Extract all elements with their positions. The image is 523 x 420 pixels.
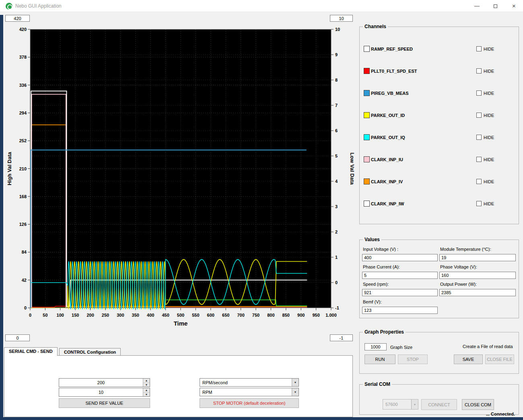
connect-button[interactable]: CONNECT [421, 399, 457, 410]
close-com-button[interactable]: CLOSE COM [462, 399, 494, 410]
values-panel: Values Input Voltage (V) :Module Tempera… [359, 240, 519, 318]
channel-color-checkbox[interactable] [364, 112, 370, 118]
ref-unit-dropdown[interactable]: RPM ▼ [200, 388, 299, 396]
hide-checkbox[interactable] [476, 46, 482, 51]
ref-value-input[interactable] [59, 379, 143, 387]
hide-label: HIDE [484, 157, 494, 162]
svg-text:8: 8 [335, 78, 338, 82]
channel-color-checkbox[interactable] [364, 178, 370, 184]
channel-color-checkbox[interactable] [364, 201, 370, 207]
hide-checkbox[interactable] [476, 113, 482, 118]
svg-text:600: 600 [207, 313, 214, 318]
svg-text:0: 0 [29, 313, 31, 318]
channel-row: PARKE_OUT_IQHIDE [364, 134, 515, 141]
svg-text:350: 350 [132, 313, 139, 318]
close-button[interactable]: × [505, 0, 523, 12]
svg-text:High Val Data: High Val Data [6, 152, 12, 185]
svg-text:1: 1 [335, 255, 338, 260]
svg-text:450: 450 [162, 313, 169, 318]
value-field-input[interactable] [439, 254, 516, 261]
hide-label: HIDE [484, 91, 494, 96]
channel-color-checkbox[interactable] [364, 46, 370, 52]
channel-row: PIREG_VB_MEASHIDE [364, 90, 515, 97]
channel-color-checkbox[interactable] [364, 156, 370, 162]
channel-name: PIREG_VB_MEAS [371, 91, 409, 96]
channel-color-checkbox[interactable] [364, 134, 370, 140]
hide-label: HIDE [484, 47, 494, 51]
graph-size-input[interactable] [364, 343, 387, 350]
svg-text:150: 150 [72, 313, 79, 318]
ramp-value-spinner: ▲ ▼ [59, 388, 150, 397]
y-left-max-input[interactable] [5, 15, 30, 22]
chevron-down-icon: ▼ [292, 379, 299, 386]
svg-text:10: 10 [335, 27, 340, 32]
svg-text:1.000: 1.000 [325, 313, 337, 318]
channel-name: CLARK_INP_IW [371, 201, 404, 206]
serial-cmd-panel: ▲ ▼ ▲ ▼ SEND REF VALUE RPM/second ▼ RPM … [4, 355, 353, 417]
channel-color-checkbox[interactable] [364, 68, 370, 74]
chevron-down-icon: ▼ [292, 388, 299, 396]
maximize-button[interactable] [486, 0, 504, 12]
stop-button[interactable]: STOP [398, 354, 428, 364]
svg-text:84: 84 [22, 250, 27, 254]
svg-text:Low Val Data: Low Val Data [349, 152, 355, 185]
ramp-value-input[interactable] [59, 388, 143, 396]
ramp-unit-value: RPM/second [200, 379, 292, 386]
y-left-min-input[interactable] [5, 334, 30, 341]
spin-down-icon[interactable]: ▼ [143, 393, 150, 397]
hide-checkbox[interactable] [476, 135, 482, 140]
run-button[interactable]: RUN [364, 354, 395, 364]
hide-checkbox[interactable] [476, 68, 482, 74]
minimize-button[interactable]: — [468, 0, 486, 12]
stop-motor-button[interactable]: STOP MOTOR (default deceleration) [200, 398, 299, 408]
channel-row: RAMP_REF_SPEEDHIDE [364, 46, 515, 53]
value-field-input[interactable] [362, 254, 438, 261]
value-field-input[interactable] [439, 289, 516, 296]
svg-text:700: 700 [237, 313, 244, 318]
svg-text:0: 0 [335, 280, 338, 285]
hide-checkbox[interactable] [476, 179, 482, 184]
svg-text:550: 550 [192, 313, 199, 318]
channel-name: PARKE_OUT_ID [371, 113, 405, 118]
hide-checkbox[interactable] [476, 90, 482, 96]
graph-properties-panel: Graph Properties Graph Size Create a Fil… [359, 332, 519, 374]
svg-text:5: 5 [335, 154, 338, 158]
ref-value-spinner: ▲ ▼ [59, 378, 150, 387]
hide-toggle: HIDE [476, 68, 494, 74]
hide-checkbox[interactable] [476, 157, 482, 162]
save-button[interactable]: SAVE [454, 354, 483, 364]
connection-status: ... Connected. [451, 412, 515, 416]
create-file-label: Create a File of read data [463, 344, 513, 349]
value-field-input[interactable] [362, 307, 438, 314]
y-right-min-input[interactable] [330, 334, 353, 341]
send-ref-value-button[interactable]: SEND REF VALUE [59, 398, 150, 408]
svg-text:4: 4 [335, 179, 338, 184]
svg-text:Time: Time [174, 320, 188, 327]
svg-text:100: 100 [57, 313, 64, 318]
channel-row: CLARK_INP_IVHIDE [364, 178, 515, 185]
value-field-label: Phase Voltage (V): [440, 264, 477, 269]
svg-text:200: 200 [86, 313, 94, 318]
spin-up-icon[interactable]: ▲ [143, 379, 150, 383]
value-field-input[interactable] [362, 289, 438, 296]
spin-up-icon[interactable]: ▲ [143, 388, 150, 393]
value-field-input[interactable] [439, 272, 516, 279]
close-file-button[interactable]: CLOSE FILE [485, 354, 514, 364]
y-right-max-input[interactable] [330, 15, 353, 22]
value-field-input[interactable] [362, 272, 438, 279]
tab-serial-cmd-send[interactable]: SERIAL CMD - SEND [4, 347, 58, 356]
baud-rate-dropdown[interactable]: 57600 ▼ [383, 399, 418, 410]
value-field-label: Bemf (V): [363, 299, 381, 304]
hide-checkbox[interactable] [476, 201, 482, 206]
hide-toggle: HIDE [476, 113, 494, 118]
baud-rate-value: 57600 [383, 400, 411, 409]
svg-text:800: 800 [267, 313, 274, 318]
tab-control-configuration[interactable]: CONTROL Configuration [59, 348, 121, 356]
ramp-unit-dropdown[interactable]: RPM/second ▼ [200, 378, 299, 387]
hide-toggle: HIDE [476, 46, 494, 51]
svg-text:50: 50 [43, 313, 47, 318]
svg-text:420: 420 [19, 27, 27, 32]
channel-name: PARKE_OUT_IQ [371, 135, 405, 140]
channel-color-checkbox[interactable] [364, 90, 370, 96]
spin-down-icon[interactable]: ▼ [143, 383, 150, 387]
